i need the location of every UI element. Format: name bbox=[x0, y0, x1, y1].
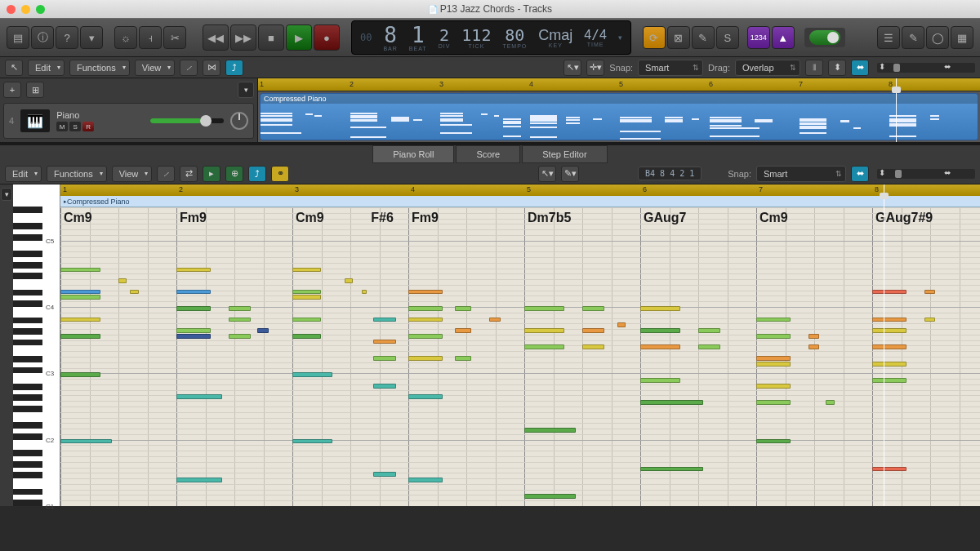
midi-note[interactable] bbox=[756, 334, 791, 339]
midi-out-icon[interactable]: ⊕ bbox=[225, 166, 243, 182]
midi-note[interactable] bbox=[408, 478, 443, 482]
midi-note[interactable] bbox=[292, 290, 321, 295]
midi-note[interactable] bbox=[60, 268, 100, 273]
midi-note[interactable] bbox=[130, 290, 138, 295]
hzoom-icon[interactable]: ⬌ bbox=[851, 60, 869, 76]
midi-in-icon[interactable]: ▸ bbox=[203, 166, 220, 182]
edit-menu[interactable]: Edit bbox=[5, 166, 42, 182]
inspector-icon[interactable]: ⓘ bbox=[31, 26, 54, 49]
replace-icon[interactable]: ⊠ bbox=[667, 26, 690, 49]
link-icon[interactable]: ⚭ bbox=[271, 166, 289, 182]
track-row[interactable]: 4 🎹 Piano M S R bbox=[3, 103, 254, 139]
piano-roll-ruler[interactable]: 12345678 bbox=[60, 184, 980, 196]
midi-note[interactable] bbox=[756, 384, 791, 389]
help-icon[interactable]: ? bbox=[56, 26, 78, 49]
midi-note[interactable] bbox=[924, 318, 935, 322]
waveform-icon[interactable]: ⫴ bbox=[805, 60, 823, 76]
tab-piano-roll[interactable]: Piano Roll bbox=[372, 145, 454, 163]
midi-note[interactable] bbox=[640, 378, 680, 383]
midi-note[interactable] bbox=[756, 400, 791, 405]
midi-note[interactable] bbox=[640, 344, 680, 349]
flex-icon[interactable]: ⋈ bbox=[203, 60, 220, 76]
midi-note[interactable] bbox=[524, 306, 564, 311]
midi-note[interactable] bbox=[640, 400, 703, 405]
midi-note[interactable] bbox=[373, 472, 395, 477]
lcd-display[interactable]: 00 8BAR 1BEAT 2DIV 112TICK 80TEMPO CmajK… bbox=[351, 20, 631, 55]
midi-note[interactable] bbox=[60, 439, 112, 444]
midi-note[interactable] bbox=[292, 334, 321, 339]
midi-note[interactable] bbox=[617, 322, 626, 327]
midi-note[interactable] bbox=[698, 344, 720, 349]
browser-icon[interactable]: ▦ bbox=[951, 26, 973, 49]
midi-note[interactable] bbox=[408, 290, 443, 295]
midi-note[interactable] bbox=[229, 318, 251, 322]
maximize-icon[interactable] bbox=[36, 5, 45, 14]
record-enable-button[interactable]: R bbox=[82, 122, 94, 131]
playhead[interactable] bbox=[884, 184, 884, 506]
view-menu[interactable]: View bbox=[112, 166, 153, 182]
loops-icon[interactable]: ◯ bbox=[926, 26, 949, 49]
pencil-icon[interactable]: ✎▾ bbox=[561, 166, 579, 182]
midi-note[interactable] bbox=[455, 328, 471, 333]
midi-note[interactable] bbox=[872, 290, 906, 295]
midi-note[interactable] bbox=[872, 378, 906, 383]
midi-note[interactable] bbox=[176, 394, 222, 399]
master-volume[interactable] bbox=[804, 28, 845, 47]
midi-note[interactable] bbox=[924, 290, 935, 295]
midi-note[interactable] bbox=[756, 318, 791, 322]
midi-note[interactable] bbox=[118, 278, 127, 283]
midi-note[interactable] bbox=[756, 362, 791, 367]
functions-menu[interactable]: Functions bbox=[69, 60, 130, 76]
mixer-icon[interactable]: ⫞ bbox=[139, 26, 162, 49]
midi-note[interactable] bbox=[60, 334, 100, 339]
midi-note[interactable] bbox=[373, 356, 395, 361]
zoom-slider[interactable]: ⬍ ⬌ bbox=[877, 169, 975, 179]
rewind-button[interactable]: ◀◀ bbox=[203, 24, 229, 51]
hzoom-icon[interactable]: ⬌ bbox=[851, 166, 869, 182]
catch-icon[interactable]: ⤴ bbox=[248, 166, 266, 182]
midi-note[interactable] bbox=[455, 306, 471, 311]
midi-note[interactable] bbox=[489, 318, 500, 322]
midi-note[interactable] bbox=[292, 439, 332, 444]
midi-note[interactable] bbox=[373, 318, 395, 322]
notes-icon[interactable]: ✎ bbox=[902, 26, 924, 49]
arrange-ruler[interactable]: 12345678 bbox=[258, 78, 980, 91]
automation-icon[interactable]: ⟋ bbox=[180, 60, 198, 76]
midi-note[interactable] bbox=[872, 362, 906, 367]
play-button[interactable]: ▶ bbox=[286, 24, 312, 51]
tab-step-editor[interactable]: Step Editor bbox=[522, 145, 607, 163]
pointer-icon[interactable]: ↖▾ bbox=[538, 166, 556, 182]
midi-note[interactable] bbox=[756, 439, 791, 444]
midi-note[interactable] bbox=[229, 334, 251, 339]
midi-note[interactable] bbox=[60, 318, 100, 322]
snap-select[interactable]: Smart bbox=[756, 166, 846, 182]
midi-note[interactable] bbox=[60, 295, 100, 300]
midi-note[interactable] bbox=[640, 467, 703, 472]
track-name[interactable]: Piano bbox=[56, 110, 144, 120]
midi-note[interactable] bbox=[872, 467, 906, 472]
midi-note[interactable] bbox=[698, 328, 720, 333]
tab-score[interactable]: Score bbox=[456, 145, 520, 163]
pan-knob[interactable] bbox=[230, 112, 248, 130]
midi-note[interactable] bbox=[292, 372, 332, 377]
midi-note[interactable] bbox=[524, 328, 564, 333]
midi-note[interactable] bbox=[872, 318, 906, 322]
midi-note[interactable] bbox=[826, 400, 834, 405]
midi-note[interactable] bbox=[756, 356, 791, 361]
add-track-button[interactable]: + bbox=[3, 82, 21, 98]
volume-slider[interactable] bbox=[150, 118, 224, 123]
smart-controls-icon[interactable]: ☼ bbox=[114, 26, 137, 49]
midi-note[interactable] bbox=[176, 290, 211, 295]
midi-note[interactable] bbox=[524, 428, 576, 433]
midi-note[interactable] bbox=[408, 306, 443, 311]
note-grid[interactable]: 12345678 Compressed Piano Cm9Fm9Cm9F#6Fm… bbox=[60, 184, 980, 506]
mute-button[interactable]: M bbox=[56, 122, 68, 131]
midi-note[interactable] bbox=[408, 318, 443, 322]
pointer-tool-icon[interactable]: ↖ bbox=[5, 60, 23, 76]
solo-button[interactable]: S bbox=[69, 122, 81, 131]
forward-button[interactable]: ▶▶ bbox=[230, 24, 256, 51]
midi-note[interactable] bbox=[60, 290, 100, 295]
midi-note[interactable] bbox=[455, 356, 471, 361]
toolbar-icon[interactable]: ▾ bbox=[80, 26, 103, 49]
midi-note[interactable] bbox=[60, 372, 100, 377]
